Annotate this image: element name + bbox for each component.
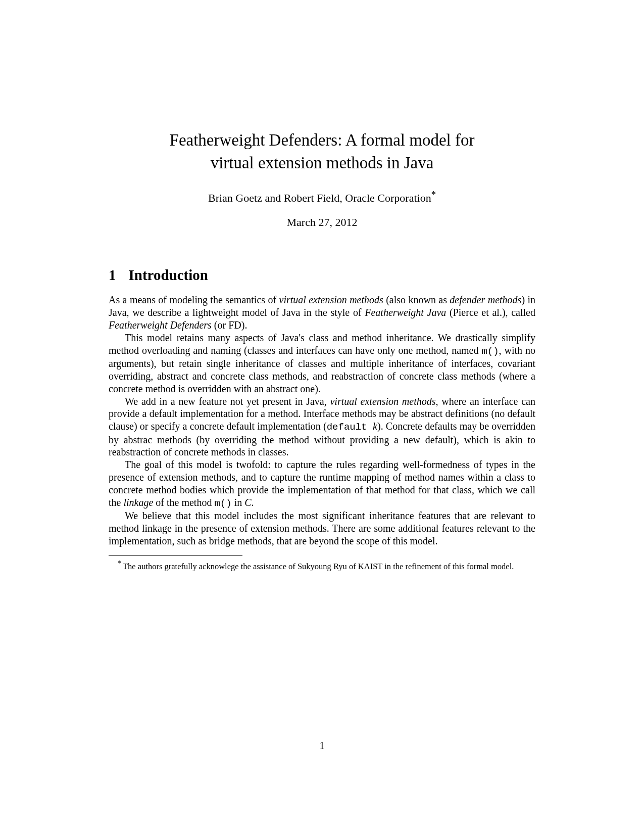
paragraph-1: As a means of modeling the semantics of … [109, 294, 535, 331]
paper-date: March 27, 2012 [109, 216, 535, 229]
footnote-rule [109, 555, 242, 556]
authors-footnote-marker: * [431, 189, 436, 200]
section-label: Introduction [129, 267, 208, 283]
authors-line: Brian Goetz and Robert Field, Oracle Cor… [109, 189, 535, 205]
paragraph-3: We add in a new feature not yet present … [109, 395, 535, 459]
footnote-marker: * [118, 560, 121, 567]
paragraph-5: We believe that this model includes the … [109, 509, 535, 547]
title-line-1: Featherweight Defenders: A formal model … [170, 131, 475, 149]
footnote-text: The authors gratefully acknowlege the as… [123, 561, 514, 571]
paper-title: Featherweight Defenders: A formal model … [109, 129, 535, 174]
page-number: 1 [0, 740, 644, 752]
section-heading: 1Introduction [109, 267, 535, 284]
footnote: *The authors gratefully acknowlege the a… [109, 559, 535, 572]
paragraph-4: The goal of this model is twofold: to ca… [109, 458, 535, 509]
paragraph-2: This model retains many aspects of Java'… [109, 332, 535, 395]
authors-text: Brian Goetz and Robert Field, Oracle Cor… [208, 192, 431, 204]
title-line-2: virtual extension methods in Java [211, 154, 434, 172]
page-content: Featherweight Defenders: A formal model … [0, 0, 644, 572]
body-text: As a means of modeling the semantics of … [109, 294, 535, 547]
section-number: 1 [109, 267, 116, 284]
